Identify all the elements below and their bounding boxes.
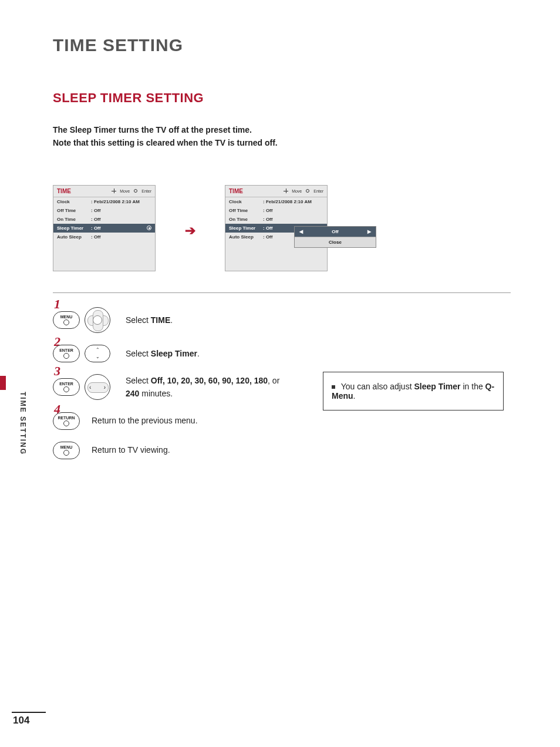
note-text-post: . (353, 391, 356, 401)
step-4-text: Return to the previous menu. (92, 414, 198, 427)
step-text-pre: Select (126, 376, 151, 385)
osd-row-label: Sleep Timer (57, 226, 91, 231)
step-text-bold: TIME (151, 315, 170, 325)
step-5-text: Return to TV viewing. (92, 443, 170, 456)
selection-dot-icon (147, 226, 151, 230)
step-1-text: Select TIME. (126, 314, 173, 327)
step-text-bold: Off, 10, 20, 30, 60, 90, 120, 180 (151, 376, 268, 385)
osd-row-label: Auto Sleep (229, 234, 263, 240)
page-number-rule (12, 712, 46, 713)
osd-row-label: Clock (57, 199, 91, 204)
osd-hint-move: Move (120, 189, 130, 193)
osd-row-value: : Off (91, 226, 151, 231)
osd-row-label: Auto Sleep (57, 234, 91, 240)
osd-row-value: : Off (91, 217, 151, 222)
remote-button-label: RETURN (58, 416, 75, 420)
osd-panel-left: TIME Move Enter Clock: Feb/21/2008 2:10 … (53, 185, 156, 271)
remote-enter-button[interactable]: ENTER (53, 345, 80, 362)
step-text-post: . (197, 349, 200, 358)
osd-row-value: : Off (263, 208, 323, 213)
enter-icon (133, 189, 138, 193)
osd-row-ontime: On Time: Off (53, 215, 155, 224)
page-number: 104 (13, 715, 29, 726)
enter-icon (305, 189, 310, 193)
osd-row-clock: Clock: Feb/21/2008 2:10 AM (225, 197, 327, 206)
remote-dpad-full[interactable] (85, 307, 110, 333)
dropdown-value: Off (332, 229, 339, 234)
osd-row-ontime: On Time: Off (225, 215, 327, 224)
osd-row-label: Clock (229, 199, 263, 204)
intro-line-2: Note that this setting is cleared when t… (53, 136, 511, 149)
osd-row-value: : Off (91, 234, 151, 240)
osd-row-offtime: Off Time: Off (53, 206, 155, 215)
step-text-mid: , or (268, 376, 279, 385)
remote-return-button[interactable]: RETURN (53, 412, 80, 430)
remote-dpad-leftright[interactable]: ‹ › (85, 374, 110, 400)
remote-menu-button[interactable]: MENU (53, 442, 80, 459)
remote-button-label: MENU (60, 445, 73, 449)
remote-button-label: ENTER (59, 348, 73, 352)
osd-row-autosleep: Auto Sleep: Off (53, 233, 155, 241)
chevron-up-icon: ⌃ (96, 347, 100, 352)
note-box: You can also adjust Sleep Timer in the Q… (323, 372, 504, 410)
step-text-bold: Sleep Timer (151, 349, 197, 358)
remote-button-circle-icon (63, 319, 69, 325)
arrow-right-icon: ➔ (185, 223, 195, 238)
chevron-right-icon: › (104, 384, 106, 391)
remote-button-circle-icon (63, 450, 69, 456)
step-2-text: Select Sleep Timer. (126, 347, 200, 360)
chevron-left-icon: ‹ (89, 384, 91, 391)
step-text-post: minutes. (139, 389, 173, 398)
note-text-mid: in the (461, 382, 485, 391)
step-3-text: Select Off, 10, 20, 30, 60, 90, 120, 180… (126, 374, 284, 401)
step-text-post: . (170, 315, 173, 325)
remote-button-circle-icon (63, 353, 69, 359)
step-number-1: 1 (54, 297, 60, 312)
chapter-title: TIME SETTING (53, 35, 511, 55)
note-text-pre: You can also adjust (341, 382, 414, 391)
move-icon (112, 189, 116, 193)
remote-menu-button[interactable]: MENU (53, 311, 80, 329)
step-text-bold: 240 (126, 389, 139, 398)
remote-button-label: ENTER (59, 382, 73, 386)
osd-title: TIME (57, 188, 71, 194)
sidebar-section-label: TIME SETTING (19, 392, 27, 455)
osd-row-value: : Feb/21/2008 2:10 AM (91, 199, 151, 204)
section-title: SLEEP TIMER SETTING (53, 90, 511, 106)
osd-row-value: : Off (263, 217, 323, 222)
note-text-bold: Sleep Timer (414, 382, 460, 391)
remote-enter-button[interactable]: ENTER (53, 378, 80, 396)
remote-button-label: MENU (60, 315, 73, 319)
osd-row-label: Off Time (229, 208, 263, 213)
chevron-down-icon: ⌄ (96, 354, 100, 359)
osd-row-value: : Off (91, 208, 151, 213)
remote-button-circle-icon (63, 386, 69, 392)
divider (53, 292, 511, 293)
step-text-pre: Select (126, 349, 151, 358)
osd-row-clock: Clock: Feb/21/2008 2:10 AM (53, 197, 155, 206)
intro-line-1: The Sleep Timer turns the TV off at the … (53, 123, 511, 136)
remote-button-circle-icon (63, 420, 69, 426)
dropdown-right-arrow-icon[interactable]: ▶ (367, 229, 371, 234)
osd-row-label: On Time (57, 217, 91, 222)
bullet-icon (332, 385, 335, 389)
sidebar-accent (0, 376, 6, 390)
osd-row-label: Off Time (57, 208, 91, 213)
osd-row-label: Sleep Timer (229, 226, 263, 231)
dropdown-left-arrow-icon[interactable]: ◀ (299, 229, 303, 234)
dropdown-close-button[interactable]: Close (295, 237, 376, 247)
osd-row-label: On Time (229, 217, 263, 222)
osd-title: TIME (229, 188, 243, 194)
step-number-3: 3 (54, 364, 60, 379)
move-icon (284, 189, 288, 193)
osd-row-sleeptimer: Sleep Timer: Off (53, 224, 155, 233)
sleep-timer-dropdown: ◀ Off ▶ Close (294, 226, 376, 248)
osd-hint-enter: Enter (313, 189, 323, 193)
osd-row-value: : Feb/21/2008 2:10 AM (263, 199, 323, 204)
osd-hint-move: Move (292, 189, 302, 193)
remote-dpad-updown[interactable]: ⌃ ⌄ (85, 345, 110, 362)
osd-row-offtime: Off Time: Off (225, 206, 327, 215)
osd-hint-enter: Enter (141, 189, 151, 193)
step-text-pre: Select (126, 315, 151, 325)
